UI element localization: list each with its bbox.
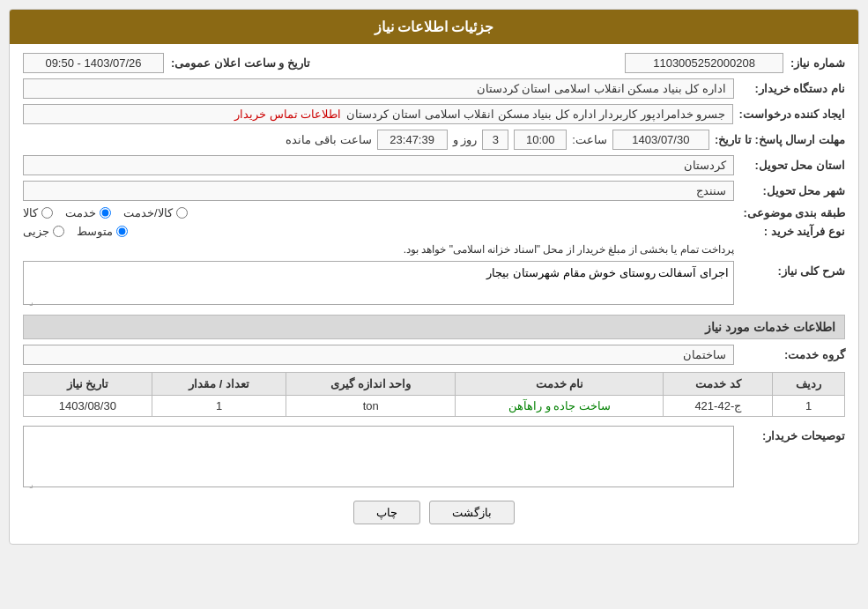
geroh-khedmat-value: ساختمان [23, 345, 734, 365]
geroh-khedmat-label: گروه خدمت: [739, 348, 845, 361]
sharh-label: شرح کلی نیاز: [739, 264, 845, 278]
nam-dastgah-label: نام دستگاه خریدار: [739, 82, 845, 95]
need-info-header: اطلاعات خدمات مورد نیاز [23, 315, 845, 339]
ostan-tahvil-label: استان محل تحویل: [739, 159, 845, 172]
table-row: 1ج-42-421ساخت جاده و راهآهنton11403/08/3… [24, 396, 845, 417]
cell-code: ج-42-421 [664, 396, 773, 417]
chap-button[interactable]: چاپ [353, 501, 420, 524]
sharh-textarea[interactable] [23, 261, 734, 305]
mohlat-baqi: 23:47:39 [377, 130, 448, 150]
shahr-tahvil-label: شهر محل تحویل: [739, 184, 845, 197]
radio-jozi[interactable]: جزیی [23, 225, 64, 238]
radio-motavaset[interactable]: متوسط [77, 225, 128, 238]
radio-khedmat[interactable]: خدمت [65, 206, 111, 219]
mohlat-label: مهلت ارسال پاسخ: تا تاریخ: [715, 133, 845, 146]
ostan-tahvil-value: کردستان [23, 155, 734, 175]
mohlat-rooz-label: روز و [453, 133, 478, 146]
ijad-konande-value: جسرو خدامرادپور کاربردار اداره کل بنیاد … [346, 108, 725, 121]
col-code: کد خدمت [664, 373, 773, 396]
shahr-tahvil-value: سنندج [23, 181, 734, 201]
radio-kala[interactable]: کالا [23, 206, 53, 219]
tosiyat-textarea[interactable] [23, 426, 734, 487]
ijad-konande-label: ایجاد کننده درخواست: [738, 108, 845, 121]
col-name: نام خدمت [456, 373, 664, 396]
mohlat-date: 1403/07/30 [612, 130, 709, 150]
mohlat-saat: 10:00 [514, 130, 567, 150]
tosiyat-label: توصیحات خریدار: [739, 429, 845, 442]
tarikh-value: 1403/07/26 - 09:50 [23, 53, 164, 73]
nov-farayand-note: پرداخت تمام یا بخشی از مبلغ خریدار از مح… [404, 243, 734, 256]
resize-icon: ⌟ [25, 297, 33, 306]
services-table: ردیف کد خدمت نام خدمت واحد اندازه گیری ت… [23, 372, 845, 417]
tabaqe-label: طبقه بندی موضوعی: [739, 206, 845, 219]
services-table-container: ردیف کد خدمت نام خدمت واحد اندازه گیری ت… [23, 372, 845, 417]
cell-date: 1403/08/30 [24, 396, 152, 417]
tarikh-label: تاریخ و ساعت اعلان عمومی: [171, 56, 310, 70]
mohlat-rooz: 3 [482, 130, 508, 150]
ijad-konande-link[interactable]: اطلاعات تماس خریدار [234, 108, 341, 121]
cell-radif: 1 [773, 396, 845, 417]
shomara-niaz-label: شماره نیاز: [790, 56, 845, 70]
mohlat-saat-label: ساعت: [572, 133, 607, 146]
nam-dastgah-value: اداره کل بنیاد مسکن انقلاب اسلامی استان … [23, 78, 734, 99]
cell-unit: ton [286, 396, 456, 417]
page-title: جزئیات اطلاعات نیاز [10, 10, 858, 44]
col-date: تاریخ نیاز [24, 373, 152, 396]
cell-count: 1 [152, 396, 286, 417]
radio-kala-khedmat[interactable]: کالا/خدمت [123, 206, 188, 219]
col-unit: واحد اندازه گیری [286, 373, 456, 396]
resize-icon-2: ⌟ [25, 479, 33, 488]
shomara-niaz-value: 1103005252000208 [625, 53, 783, 73]
col-radif: ردیف [773, 373, 845, 396]
bazgasht-button[interactable]: بازگشت [429, 501, 515, 524]
button-row: بازگشت چاپ [23, 501, 845, 524]
col-count: تعداد / مقدار [152, 373, 286, 396]
mohlat-baqi-label: ساعت باقی مانده [286, 133, 371, 146]
nov-farayand-label: نوع فرآیند خرید : [739, 225, 845, 238]
cell-name: ساخت جاده و راهآهن [456, 396, 664, 417]
